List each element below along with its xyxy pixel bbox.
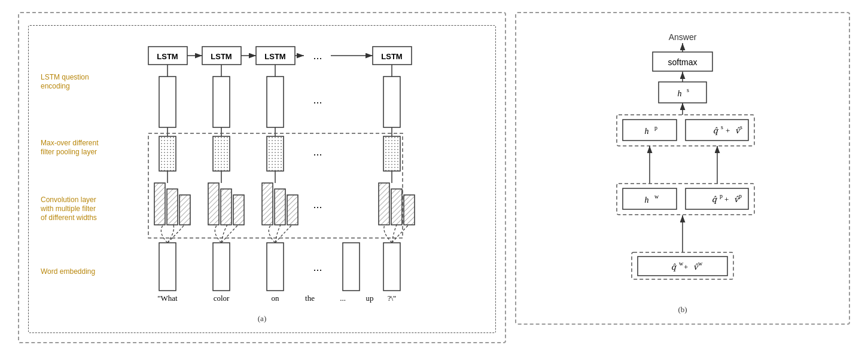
svg-text:"What: "What — [157, 294, 178, 303]
svg-text:Word embedding: Word embedding — [41, 267, 95, 276]
svg-text:on: on — [272, 294, 280, 303]
svg-text:color: color — [214, 294, 230, 303]
svg-rect-40 — [383, 136, 400, 171]
svg-rect-84 — [623, 120, 677, 141]
svg-text:LSTM question: LSTM question — [41, 73, 89, 81]
svg-text:s: s — [740, 124, 742, 130]
svg-text:h: h — [645, 127, 649, 136]
svg-rect-51 — [221, 189, 232, 225]
svg-text:Max-over different: Max-over different — [41, 139, 99, 147]
svg-text:filter pooling layer: filter pooling layer — [41, 148, 97, 156]
svg-rect-39 — [267, 136, 284, 171]
svg-text:p: p — [720, 193, 723, 199]
svg-text:+: + — [724, 195, 729, 204]
svg-rect-38 — [213, 136, 230, 171]
svg-rect-50 — [208, 183, 219, 225]
svg-text:Convolution layer: Convolution layer — [41, 196, 96, 204]
diagrams-row: LSTM question encoding Max-over differen… — [18, 12, 850, 343]
svg-text:s: s — [721, 124, 723, 130]
diagram-a-svg: LSTM question encoding Max-over differen… — [38, 35, 486, 307]
svg-rect-31 — [383, 77, 400, 127]
svg-rect-60 — [159, 243, 176, 291]
svg-rect-53 — [262, 183, 273, 225]
svg-rect-65 — [343, 243, 360, 291]
svg-text:Answer: Answer — [669, 32, 697, 42]
caption-b: (b) — [678, 305, 687, 315]
svg-text:...: ... — [313, 199, 322, 210]
svg-text:w: w — [679, 260, 684, 267]
svg-rect-62 — [267, 243, 284, 291]
svg-text:?\": ?\" — [388, 294, 397, 303]
svg-text:+: + — [684, 263, 688, 271]
svg-text:p: p — [654, 124, 657, 131]
svg-rect-37 — [159, 136, 176, 171]
svg-rect-57 — [379, 183, 389, 225]
svg-rect-29 — [213, 77, 230, 127]
svg-rect-54 — [275, 189, 285, 225]
svg-text:...: ... — [313, 261, 322, 273]
svg-text:...: ... — [313, 50, 322, 62]
svg-rect-59 — [404, 195, 415, 225]
svg-rect-28 — [159, 77, 176, 127]
svg-text:LSTM: LSTM — [211, 52, 232, 61]
svg-text:w: w — [698, 260, 703, 267]
svg-text:of different widths: of different widths — [41, 213, 97, 222]
svg-text:h: h — [678, 89, 682, 98]
svg-rect-58 — [391, 189, 402, 225]
svg-text:...: ... — [313, 94, 322, 106]
svg-text:up: up — [366, 294, 374, 303]
svg-text:LSTM: LSTM — [157, 52, 178, 61]
svg-text:h: h — [645, 196, 649, 205]
svg-rect-47 — [154, 183, 165, 225]
diagram-b: Answer softmax h s — [515, 12, 850, 325]
svg-text:LSTM: LSTM — [264, 52, 285, 61]
svg-text:s: s — [687, 87, 689, 93]
svg-text:+: + — [726, 126, 730, 135]
svg-rect-79 — [659, 82, 706, 103]
svg-text:with multiple filter: with multiple filter — [40, 205, 96, 213]
svg-rect-52 — [233, 195, 244, 225]
svg-text:...: ... — [313, 146, 322, 158]
main-figure: LSTM question encoding Max-over differen… — [18, 12, 850, 357]
svg-rect-63 — [383, 243, 400, 291]
svg-text:encoding: encoding — [41, 82, 70, 90]
svg-text:...: ... — [340, 294, 346, 303]
svg-rect-96 — [623, 188, 677, 209]
svg-rect-49 — [179, 195, 190, 225]
svg-rect-55 — [287, 195, 298, 225]
figure-caption: Figure 3: (a) Hierarchical question enco… — [18, 354, 850, 357]
svg-rect-48 — [167, 189, 178, 225]
svg-rect-61 — [213, 243, 230, 291]
svg-text:p: p — [739, 193, 742, 199]
caption-a: (a) — [38, 314, 486, 324]
svg-text:LSTM: LSTM — [381, 52, 402, 61]
svg-text:the: the — [305, 294, 315, 303]
diagram-a-inner: LSTM question encoding Max-over differen… — [28, 25, 496, 333]
svg-text:w: w — [654, 193, 659, 200]
svg-rect-30 — [267, 77, 284, 127]
svg-text:softmax: softmax — [668, 57, 697, 67]
diagram-b-svg: Answer softmax h s — [569, 25, 796, 300]
diagram-a: LSTM question encoding Max-over differen… — [18, 12, 506, 343]
